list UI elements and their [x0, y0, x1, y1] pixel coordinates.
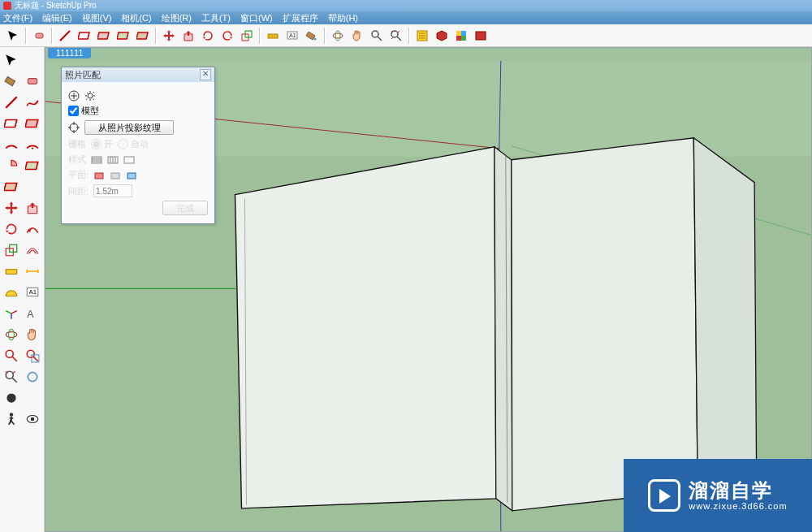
line-tool[interactable] [56, 27, 74, 45]
side-eraser[interactable] [23, 71, 42, 91]
side-orbit[interactable] [2, 325, 21, 344]
tape-tool[interactable] [264, 27, 282, 45]
side-3dtext[interactable]: A [23, 304, 42, 323]
plane-red-icon[interactable] [93, 170, 105, 181]
style-opt1-icon[interactable] [91, 154, 102, 166]
svg-point-38 [6, 332, 17, 338]
model-checkbox-input[interactable] [68, 106, 79, 116]
eraser-tool[interactable] [30, 27, 48, 45]
svg-marker-4 [117, 32, 128, 39]
side-prev[interactable] [23, 367, 42, 387]
menu-window[interactable]: 窗口(W) [240, 12, 273, 24]
project-texture-button[interactable]: 从照片投影纹理 [84, 120, 174, 135]
rect2-tool[interactable] [95, 27, 113, 45]
menu-help[interactable]: 帮助(H) [328, 12, 358, 24]
svg-rect-24 [28, 79, 37, 84]
side-select[interactable] [2, 50, 21, 70]
svg-rect-70 [127, 173, 136, 179]
plane-label: 平面: [68, 169, 89, 181]
side-pan[interactable] [23, 325, 42, 344]
scale-tool[interactable] [238, 27, 256, 45]
select-tool[interactable] [4, 27, 22, 45]
side-tape[interactable] [2, 262, 21, 281]
side-paint[interactable] [2, 71, 21, 91]
menu-draw[interactable]: 绘图(R) [162, 12, 192, 24]
side-arc[interactable] [2, 135, 21, 154]
svg-rect-69 [111, 173, 119, 179]
side-arc2[interactable] [23, 135, 42, 154]
side-scale[interactable] [2, 240, 21, 260]
target-icon[interactable] [68, 122, 80, 133]
rotate-tool[interactable] [199, 27, 217, 45]
text-tool[interactable]: A1 [283, 27, 301, 45]
rect3-tool[interactable] [114, 27, 132, 45]
side-pushpull[interactable] [23, 198, 42, 218]
zoom-tool[interactable] [368, 27, 386, 45]
side-rectfill[interactable] [23, 114, 42, 133]
photo-match-dialog[interactable]: 照片匹配 ✕ 模型 从照片投影纹理 栅格 开 自动 样式 [61, 67, 215, 224]
plus-icon[interactable] [68, 90, 80, 102]
side-rotate[interactable] [2, 219, 21, 239]
rect-tool[interactable] [76, 27, 93, 45]
orbit-tool[interactable] [329, 27, 347, 45]
svg-point-27 [32, 147, 33, 149]
side-zoom[interactable] [2, 346, 21, 365]
model-checkbox-label: 模型 [81, 105, 99, 117]
side-offset[interactable] [23, 240, 42, 260]
side-dim[interactable] [23, 262, 42, 281]
materials-tool[interactable] [452, 27, 470, 45]
menu-file[interactable]: 文件(F) [3, 12, 32, 24]
menu-view[interactable]: 视图(V) [82, 12, 112, 24]
side-freehand[interactable] [23, 93, 42, 112]
styles-tool[interactable] [472, 27, 490, 45]
dialog-close-icon[interactable]: ✕ [200, 69, 211, 80]
spacing-input[interactable] [93, 184, 132, 197]
menu-bar: 文件(F) 编辑(E) 视图(V) 相机(C) 绘图(R) 工具(T) 窗口(W… [0, 11, 812, 24]
side-text[interactable]: A1 [23, 283, 42, 302]
side-move[interactable] [2, 198, 21, 218]
toolbar-divider [155, 28, 157, 44]
menu-edit[interactable]: 编辑(E) [42, 12, 72, 24]
pan-tool[interactable] [348, 27, 366, 45]
scene-tab[interactable]: 111111 [48, 48, 91, 58]
side-axes[interactable] [2, 304, 21, 323]
side-look[interactable] [23, 409, 42, 429]
done-button[interactable]: 完成 [162, 201, 208, 215]
svg-marker-58 [512, 138, 698, 511]
component-tool[interactable] [433, 27, 451, 45]
dialog-title-text: 照片匹配 [65, 69, 101, 81]
side-circle[interactable] [2, 177, 21, 197]
move-tool[interactable] [160, 27, 178, 45]
side-rect[interactable] [2, 114, 21, 133]
dialog-titlebar[interactable]: 照片匹配 ✕ [62, 67, 214, 82]
style-opt2-icon[interactable] [107, 154, 119, 166]
plane-grey-icon[interactable] [110, 170, 121, 181]
grid-auto-radio[interactable]: 自动 [118, 138, 149, 150]
menu-extensions[interactable]: 扩展程序 [283, 12, 318, 24]
rect4-tool[interactable] [134, 27, 152, 45]
pushpull-tool[interactable] [179, 27, 197, 45]
grid-on-radio[interactable]: 开 [91, 138, 113, 150]
side-section[interactable] [2, 388, 21, 408]
zoom-extent-tool[interactable] [387, 27, 405, 45]
side-line[interactable] [2, 93, 21, 112]
side-zoomwin[interactable] [23, 346, 42, 365]
side-protractor[interactable] [2, 283, 21, 302]
side-pie[interactable] [2, 156, 21, 175]
side-polygon[interactable] [23, 156, 42, 175]
side-walk[interactable] [2, 409, 21, 429]
paint-tool[interactable] [303, 27, 321, 45]
side-zoomext[interactable] [2, 367, 21, 387]
svg-point-41 [27, 350, 34, 357]
menu-tools[interactable]: 工具(T) [201, 12, 231, 24]
model-checkbox[interactable]: 模型 [68, 105, 99, 117]
svg-rect-19 [456, 31, 461, 36]
layers-tool[interactable] [413, 27, 431, 45]
plane-blue-icon[interactable] [126, 170, 137, 181]
side-followme[interactable] [23, 219, 42, 239]
menu-camera[interactable]: 相机(C) [121, 12, 151, 24]
svg-marker-25 [4, 120, 17, 128]
style-opt3-icon[interactable] [123, 154, 135, 166]
rotate2-tool[interactable] [218, 27, 236, 45]
gear-icon[interactable] [84, 90, 96, 102]
